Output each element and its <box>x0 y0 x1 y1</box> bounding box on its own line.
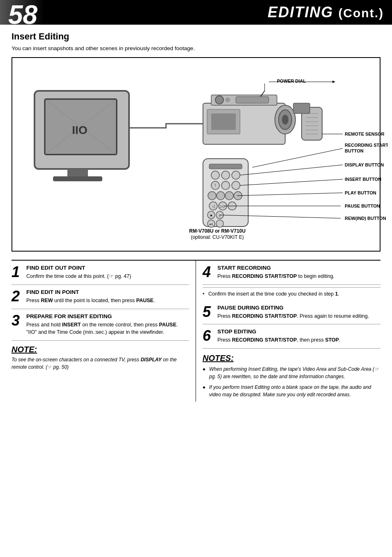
step-1-number: 1 <box>12 265 23 280</box>
diagram-svg: IIO <box>22 66 388 243</box>
note-text: To see the on-screen characters on a con… <box>12 356 189 371</box>
svg-text:!: ! <box>215 183 216 188</box>
svg-text:◁: ◁ <box>212 204 215 208</box>
step-6-text: Press RECORDING START/STOP, then press S… <box>217 336 380 344</box>
step-1-content: FIND EDIT OUT POINT Confirm the time cod… <box>26 265 189 280</box>
svg-text:▷▷: ▷▷ <box>220 204 226 208</box>
step-2-content: FIND EDIT IN POINT Press REW until the p… <box>26 289 189 305</box>
step-4-sub-text: Confirm the insert at the time code you … <box>203 290 380 298</box>
svg-text:DISPLAY BUTTON: DISPLAY BUTTON <box>345 162 384 167</box>
svg-rect-25 <box>211 113 236 130</box>
step-3-heading: PREPARE FOR INSERT EDITING <box>26 313 189 319</box>
svg-text:RECORDING START/STOP: RECORDING START/STOP <box>345 143 388 148</box>
step-4-heading: START RECORDING <box>217 265 380 271</box>
svg-marker-54 <box>332 81 335 83</box>
step-1-text: Confirm the time code at this point. (☞ … <box>26 273 189 280</box>
svg-rect-14 <box>236 97 269 103</box>
step-3: 3 PREPARE FOR INSERT EDITING Press and h… <box>12 309 189 341</box>
page-header: 58 EDITING (Cont.) <box>0 0 392 25</box>
step-4: 4 START RECORDING Press RECORDING START/… <box>203 261 380 285</box>
notes-item-1: When performing Insert Editing, the tape… <box>203 365 380 380</box>
svg-text:PAUSE BUTTON: PAUSE BUTTON <box>345 203 380 208</box>
svg-text:POWER DIAL: POWER DIAL <box>277 79 306 83</box>
step-6: 6 STOP EDITING Press RECORDING START/STO… <box>203 324 380 349</box>
svg-text:■: ■ <box>210 213 212 217</box>
svg-point-33 <box>221 181 230 190</box>
page-content: Insert Editing You can insert snapshots … <box>0 25 392 413</box>
chapter-title: EDITING (Cont.) <box>267 4 384 21</box>
step-5-text: Press RECORDING START/STOP. Press again … <box>217 312 380 320</box>
svg-text:RM-V708U or RM-V710U: RM-V708U or RM-V710U <box>189 228 245 234</box>
step-5-content: PAUSE DURING EDITING Press RECORDING STA… <box>217 305 380 320</box>
step-4-text: Press RECORDING START/STOP to begin edit… <box>217 273 380 280</box>
step-3-text: Press and hold INSERT on the remote cont… <box>26 321 189 337</box>
step-5-heading: PAUSE DURING EDITING <box>217 305 380 311</box>
svg-text:BUTTON: BUTTON <box>345 148 364 153</box>
svg-rect-2 <box>67 169 88 177</box>
notes-item-2: If you perform Insert Editing onto a bla… <box>203 384 380 398</box>
step-1: 1 FIND EDIT OUT POINT Confirm the time c… <box>12 261 189 285</box>
svg-point-30 <box>232 171 240 179</box>
svg-point-29 <box>221 171 230 179</box>
svg-text:II: II <box>219 214 221 217</box>
notes-heading: NOTES: <box>203 354 380 363</box>
step-2-number: 2 <box>12 289 23 304</box>
svg-text:(optional: CU-V70KIT E): (optional: CU-V70KIT E) <box>191 234 244 240</box>
step-3-number: 3 <box>12 313 23 328</box>
step-2-text: Press REW until the point is located, th… <box>26 297 189 305</box>
svg-text:PLAY BUTTON: PLAY BUTTON <box>345 190 376 195</box>
svg-line-64 <box>237 193 343 196</box>
svg-text:●II: ●II <box>209 222 213 226</box>
step-4-sub: Confirm the insert at the time code you … <box>203 287 380 300</box>
diagram-box: IIO <box>12 57 380 252</box>
svg-point-35 <box>208 192 216 200</box>
svg-rect-3 <box>53 176 102 181</box>
left-column: 1 FIND EDIT OUT POINT Confirm the time c… <box>12 261 196 402</box>
notes-list: When performing Insert Editing, the tape… <box>203 365 380 398</box>
svg-text:INSERT BUTTON: INSERT BUTTON <box>345 177 381 182</box>
svg-point-12 <box>215 96 224 104</box>
svg-point-13 <box>225 97 230 102</box>
step-4-content: START RECORDING Press RECORDING START/ST… <box>217 265 380 280</box>
step-5-number: 5 <box>203 305 214 319</box>
note-heading: NOTE: <box>12 345 189 354</box>
svg-rect-27 <box>209 164 242 169</box>
svg-line-57 <box>252 148 343 167</box>
step-6-number: 6 <box>203 328 214 343</box>
svg-point-36 <box>217 192 225 200</box>
svg-point-34 <box>232 181 240 190</box>
svg-text:REMOTE SENSOR: REMOTE SENSOR <box>345 132 385 136</box>
right-column: 4 START RECORDING Press RECORDING START/… <box>196 261 380 402</box>
svg-line-62 <box>240 179 343 185</box>
svg-point-37 <box>225 192 233 200</box>
svg-line-60 <box>240 165 343 175</box>
svg-point-10 <box>282 115 288 125</box>
step-2: 2 FIND EDIT IN POINT Press REW until the… <box>12 285 189 309</box>
svg-text:REW(IND) BUTTON: REW(IND) BUTTON <box>345 216 386 221</box>
step-6-content: STOP EDITING Press RECORDING START/STOP,… <box>217 328 380 344</box>
step-1-heading: FIND EDIT OUT POINT <box>26 265 189 271</box>
svg-rect-23 <box>293 103 310 113</box>
step-6-heading: STOP EDITING <box>217 328 380 335</box>
section-title: Insert Editing <box>12 31 380 42</box>
step-4-number: 4 <box>203 265 214 280</box>
step-5: 5 PAUSE DURING EDITING Press RECORDING S… <box>203 300 380 325</box>
svg-point-28 <box>211 171 219 179</box>
note-box: NOTE: To see the on-screen characters on… <box>12 341 189 375</box>
notes-section: NOTES: When performing Insert Editing, t… <box>203 354 380 398</box>
svg-text:IIO: IIO <box>72 124 87 136</box>
svg-point-50 <box>216 220 224 227</box>
header-title-area: EDITING (Cont.) <box>44 0 392 25</box>
steps-grid: 1 FIND EDIT OUT POINT Confirm the time c… <box>12 260 380 402</box>
page-number: 58 <box>0 0 44 25</box>
step-2-heading: FIND EDIT IN POINT <box>26 289 189 295</box>
intro-text: You can insert snapshots and other scene… <box>12 45 380 51</box>
step-3-content: PREPARE FOR INSERT EDITING Press and hol… <box>26 313 189 337</box>
diagram-container: IIO <box>22 66 370 244</box>
